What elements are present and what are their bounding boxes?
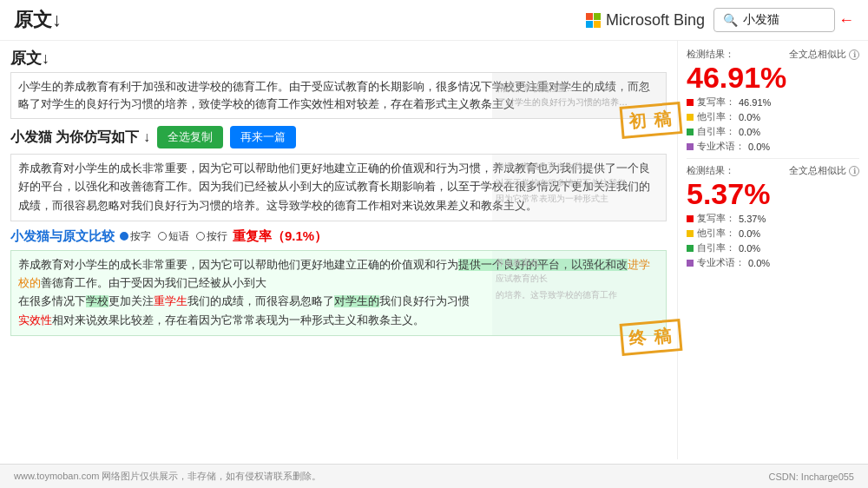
compare-seg-13: 相对来说效果比较差，存在着因为它常常表现为一种形式主义和教条主义。 xyxy=(52,314,424,326)
dot-green-1 xyxy=(687,129,694,135)
big-percent-2: 5.37% xyxy=(687,179,859,208)
draft-stamp: 初 稿 xyxy=(620,102,683,139)
radio-dot-按行 xyxy=(196,232,205,241)
detect-label-2: 检测结果： 全文总相似比 ℹ xyxy=(687,164,859,177)
dot-purple-2 xyxy=(687,260,694,267)
compare-seg-10: 对学生的 xyxy=(334,295,379,307)
right-panel: 检测结果： 全文总相似比 ℹ 46.91% 复写率： 46.91% 他引率： 0… xyxy=(677,41,868,459)
compare-header: 小发猫与原文比较 按字 短语 按行 重复率（9.1%） xyxy=(10,228,667,245)
stat-row-1-1: 复写率： 46.91% xyxy=(687,96,859,109)
stat-row-1-3: 自引率： 0.0% xyxy=(687,125,859,138)
search-query: 小发猫 xyxy=(743,12,779,28)
copy-button[interactable]: 全选复制 xyxy=(157,126,223,148)
radio-dot-selected xyxy=(120,232,128,241)
compare-title: 小发猫与原文比较 xyxy=(10,228,115,245)
footer-right: CSDN: Incharge055 xyxy=(769,472,854,482)
compare-seg-8: 重学生 xyxy=(154,295,187,307)
detect-label-text-1: 检测结果： xyxy=(687,48,734,61)
bing-logo: Microsoft Bing xyxy=(586,11,705,30)
radio-dot-短语 xyxy=(158,232,167,241)
header: 原文↓ Microsoft Bing 🔍 小发猫 ← xyxy=(0,0,868,41)
radio-短语[interactable]: 短语 xyxy=(158,229,189,244)
bing-icon xyxy=(586,13,601,28)
rewrite-title: 小发猫 为你仿写如下 ↓ xyxy=(10,129,150,147)
radio-label-短语: 短语 xyxy=(168,229,189,244)
left-panel: 原文↓ 小学生的养成教育有利于加强和改进学校的德育工作。由于受应试教育的长期影响… xyxy=(0,41,677,459)
stat-row-2-1: 复写率： 5.37% xyxy=(687,212,859,225)
full-sim-label-1: 全文总相似比 ℹ xyxy=(789,48,859,61)
bing-sq3 xyxy=(586,21,593,28)
dot-red-2 xyxy=(687,215,694,222)
dot-yellow-1 xyxy=(687,114,694,121)
compare-seg-1: 养成教育对小学生的成长非常重要，因为它可以帮助他们更好地建立正确的价值观和行为 xyxy=(18,259,458,271)
page-title: 原文↓ xyxy=(14,7,62,33)
search-icon: 🔍 xyxy=(723,13,738,27)
dot-yellow-2 xyxy=(687,230,694,237)
footer-left: www.toymoban.com 网络图片仅供展示，非存储，如有侵权请联系删除。 xyxy=(14,470,321,483)
main-content: 原文↓ 小学生的养成教育有利于加强和改进学校的德育工作。由于受应试教育的长期影响… xyxy=(0,41,868,459)
compare-seg-7: 更加关注 xyxy=(108,295,154,307)
info-icon-2: ℹ xyxy=(849,166,859,176)
another-button[interactable]: 再来一篇 xyxy=(230,126,296,148)
info-icon-1: ℹ xyxy=(849,49,859,60)
compare-seg-12: 实效性 xyxy=(18,314,52,326)
final-stamp: 终 稿 xyxy=(620,319,683,356)
dot-red-1 xyxy=(687,99,694,106)
compare-seg-5: 在很多情况下 xyxy=(18,295,86,307)
big-percent-1: 46.91% xyxy=(687,63,859,92)
compare-box: 养成教育对小学生的成长非常重要，因为它可以帮助他们更好地建立正确的价值观和行为提… xyxy=(10,250,667,336)
stat-row-1-2: 他引率： 0.0% xyxy=(687,110,859,123)
compare-seg-4: 善德育工作。由于受因为我们已经被从小到大 xyxy=(41,277,266,289)
divider-1 xyxy=(687,158,859,159)
radio-group: 按字 短语 按行 xyxy=(120,229,227,244)
bing-name: Microsoft Bing xyxy=(606,11,705,30)
full-sim-label-2: 全文总相似比 ℹ xyxy=(789,164,859,177)
radio-label-按字: 按字 xyxy=(130,229,151,244)
rewrite-overlay: 习惯。养成教育也为我们以至于学校在很多情况下关注我们因为它常常表现为一种形式主 xyxy=(492,155,666,221)
dot-purple-1 xyxy=(687,143,694,150)
bing-sq2 xyxy=(594,13,601,20)
radio-按行[interactable]: 按行 xyxy=(196,229,227,244)
compare-seg-11: 我们良好行为习惯 xyxy=(379,295,470,307)
red-arrow: ← xyxy=(838,11,854,30)
radio-label-按行: 按行 xyxy=(207,229,227,244)
detect-label-text-2: 检测结果： xyxy=(687,164,734,177)
original-box: 小学生的养成教育有利于加强和改进学校的德育工作。由于受应试教育的长期影响，很多情… xyxy=(10,72,667,119)
radio-按字[interactable]: 按字 xyxy=(120,229,151,244)
search-box[interactable]: 🔍 小发猫 xyxy=(713,8,835,32)
dot-green-2 xyxy=(687,245,694,252)
bing-sq1 xyxy=(586,13,593,20)
stat-row-2-2: 他引率： 0.0% xyxy=(687,227,859,240)
detect-label-1: 检测结果： 全文总相似比 ℹ xyxy=(687,48,859,61)
compare-seg-9: 我们的成绩，而很容易忽略了 xyxy=(187,295,334,307)
stat-row-1-4: 专业术语： 0.0% xyxy=(687,140,859,153)
compare-seg-6: 学校 xyxy=(86,295,108,307)
rewrite-header: 小发猫 为你仿写如下 ↓ 全选复制 再来一篇 xyxy=(10,126,667,148)
original-title: 原文↓ xyxy=(10,48,667,69)
stat-row-2-3: 自引率： 0.0% xyxy=(687,241,859,254)
stat-row-2-4: 专业术语： 0.0% xyxy=(687,256,859,269)
footer: www.toymoban.com 网络图片仅供展示，非存储，如有侵权请联系删除。… xyxy=(0,464,868,488)
rewrite-box: 养成教育对小学生的成长非常重要，因为它可以帮助他们更好地建立正确的价值观和行为习… xyxy=(10,154,667,221)
bing-sq4 xyxy=(594,21,601,28)
repeat-rate: 重复率（9.1%） xyxy=(233,228,327,245)
